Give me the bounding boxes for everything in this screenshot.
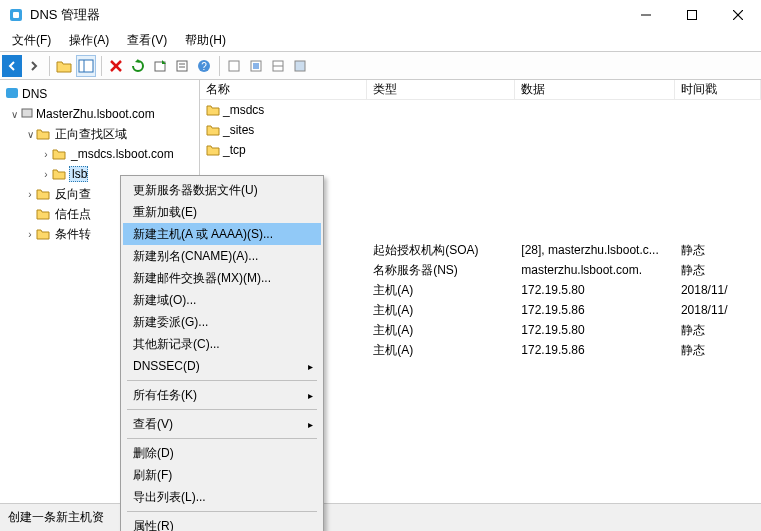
record-data: 172.19.5.86 xyxy=(515,303,675,317)
tool-c-button[interactable] xyxy=(268,55,288,77)
expand-icon[interactable]: ∨ xyxy=(8,109,20,120)
folder-icon xyxy=(36,208,50,220)
col-data[interactable]: 数据 xyxy=(515,80,675,99)
menu-view[interactable]: 查看(V) xyxy=(123,32,171,49)
record-timestamp: 静态 xyxy=(675,342,761,359)
menu-file[interactable]: 文件(F) xyxy=(8,32,55,49)
ctx-all-tasks[interactable]: 所有任务(K) xyxy=(123,384,321,406)
status-text: 创建一条新主机资 xyxy=(8,509,104,526)
col-timestamp[interactable]: 时间戳 xyxy=(675,80,761,99)
tree-server-label: MasterZhu.lsboot.com xyxy=(34,107,155,121)
tool-b-button[interactable] xyxy=(246,55,266,77)
expand-icon[interactable]: › xyxy=(24,189,36,200)
folder-icon xyxy=(36,188,50,200)
tool-a-button[interactable] xyxy=(224,55,244,77)
folder-row[interactable]: _msdcs xyxy=(200,100,761,120)
ctx-view[interactable]: 查看(V) xyxy=(123,413,321,435)
expand-icon[interactable]: › xyxy=(40,149,52,160)
tree-fwd-label: 正向查找区域 xyxy=(53,126,127,143)
nav-forward-button[interactable] xyxy=(24,55,44,77)
tool-d-button[interactable] xyxy=(290,55,310,77)
ctx-refresh[interactable]: 刷新(F) xyxy=(123,464,321,486)
record-data: masterzhu.lsboot.com. xyxy=(515,263,675,277)
record-timestamp: 2018/11/ xyxy=(675,303,761,317)
svg-rect-3 xyxy=(688,11,697,20)
tree-rev-label: 反向查 xyxy=(53,186,91,203)
ctx-delete[interactable]: 删除(D) xyxy=(123,442,321,464)
record-type: 起始授权机构(SOA) xyxy=(367,242,515,259)
minimize-button[interactable] xyxy=(623,0,669,30)
pane-button[interactable] xyxy=(76,55,96,77)
props-button[interactable] xyxy=(172,55,192,77)
folder-icon xyxy=(206,144,220,156)
ctx-sep xyxy=(127,438,317,439)
titlebar: DNS 管理器 xyxy=(0,0,761,30)
tree-root[interactable]: DNS xyxy=(0,84,199,104)
svg-rect-23 xyxy=(22,109,32,117)
folder-label: _tcp xyxy=(223,143,246,157)
maximize-button[interactable] xyxy=(669,0,715,30)
svg-rect-1 xyxy=(13,12,19,18)
ctx-other-records[interactable]: 其他新记录(C)... xyxy=(123,333,321,355)
window-title: DNS 管理器 xyxy=(30,6,623,24)
menu-action[interactable]: 操作(A) xyxy=(65,32,113,49)
ctx-update[interactable]: 更新服务器数据文件(U) xyxy=(123,179,321,201)
tree-forward-zones[interactable]: ∨ 正向查找区域 xyxy=(0,124,199,144)
folder-label: _sites xyxy=(223,123,254,137)
delete-button[interactable] xyxy=(106,55,126,77)
column-headers: 名称 类型 数据 时间戳 xyxy=(200,80,761,100)
zone-icon xyxy=(52,148,66,160)
folder-icon xyxy=(206,124,220,136)
folder-icon xyxy=(36,228,50,240)
record-data: 172.19.5.80 xyxy=(515,323,675,337)
expand-icon[interactable]: › xyxy=(24,229,36,240)
record-type: 名称服务器(NS) xyxy=(367,262,515,279)
server-icon xyxy=(20,106,34,123)
folder-label: _msdcs xyxy=(223,103,264,117)
dns-icon xyxy=(4,86,20,103)
main-panes: DNS ∨ MasterZhu.lsboot.com ∨ 正向查找区域 › _m… xyxy=(0,80,761,501)
ctx-new-mx[interactable]: 新建邮件交换器(MX)(M)... xyxy=(123,267,321,289)
export-button[interactable] xyxy=(150,55,170,77)
tree-msdcs-zone[interactable]: › _msdcs.lsboot.com xyxy=(0,144,199,164)
ctx-export[interactable]: 导出列表(L)... xyxy=(123,486,321,508)
ctx-sep xyxy=(127,511,317,512)
tree-root-label: DNS xyxy=(20,87,47,101)
col-name[interactable]: 名称 xyxy=(200,80,367,99)
ctx-new-domain[interactable]: 新建域(O)... xyxy=(123,289,321,311)
refresh-button[interactable] xyxy=(128,55,148,77)
ctx-new-deleg[interactable]: 新建委派(G)... xyxy=(123,311,321,333)
expand-icon[interactable]: ∨ xyxy=(24,129,36,140)
help-button[interactable]: ? xyxy=(194,55,214,77)
record-type: 主机(A) xyxy=(367,342,515,359)
zone-icon xyxy=(52,168,66,180)
svg-rect-18 xyxy=(253,63,259,69)
app-icon xyxy=(8,7,24,23)
tree-server[interactable]: ∨ MasterZhu.lsboot.com xyxy=(0,104,199,124)
col-type[interactable]: 类型 xyxy=(367,80,515,99)
svg-rect-6 xyxy=(79,60,93,72)
record-timestamp: 静态 xyxy=(675,322,761,339)
ctx-sep xyxy=(127,409,317,410)
record-data: [28], masterzhu.lsboot.c... xyxy=(515,243,675,257)
ctx-new-host[interactable]: 新建主机(A 或 AAAA)(S)... xyxy=(123,223,321,245)
record-timestamp: 2018/11/ xyxy=(675,283,761,297)
record-type: 主机(A) xyxy=(367,282,515,299)
folder-row[interactable]: _sites xyxy=(200,120,761,140)
expand-icon[interactable]: › xyxy=(40,169,52,180)
ctx-reload[interactable]: 重新加载(E) xyxy=(123,201,321,223)
ctx-new-alias[interactable]: 新建别名(CNAME)(A)... xyxy=(123,245,321,267)
nav-back-button[interactable] xyxy=(2,55,22,77)
svg-rect-16 xyxy=(229,61,239,71)
folder-row[interactable]: _tcp xyxy=(200,140,761,160)
svg-rect-11 xyxy=(177,61,187,71)
folder-button[interactable] xyxy=(54,55,74,77)
tree-lsboot-label: lsb xyxy=(69,166,88,182)
menubar: 文件(F) 操作(A) 查看(V) 帮助(H) xyxy=(0,30,761,52)
svg-text:?: ? xyxy=(201,61,207,72)
ctx-dnssec[interactable]: DNSSEC(D) xyxy=(123,355,321,377)
ctx-properties[interactable]: 属性(R) xyxy=(123,515,321,531)
menu-help[interactable]: 帮助(H) xyxy=(181,32,230,49)
close-button[interactable] xyxy=(715,0,761,30)
record-data: 172.19.5.86 xyxy=(515,343,675,357)
